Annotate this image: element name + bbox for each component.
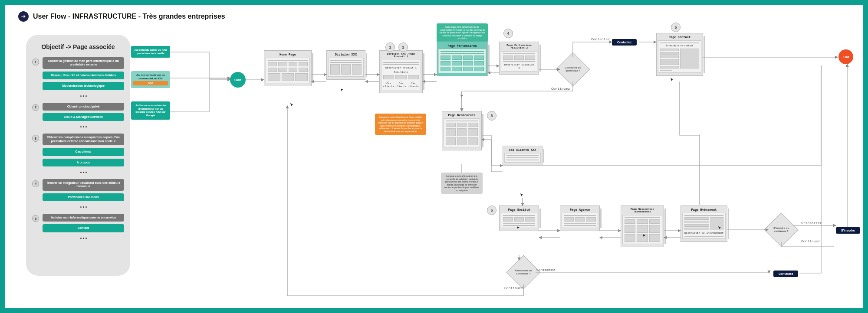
page-contact-title: Page contact [658,35,701,40]
cursor-icon [643,234,646,237]
sidebar-index: 4 [32,180,39,187]
page-pill: Cloud & Managed Services [43,113,124,121]
tag-5b: 5 [671,23,681,32]
page-agence-title: Page Agence [562,207,598,213]
page-partenaires-solution-title: Page Partenaires /Solution 3 [501,43,537,51]
page-division: Division XXX [326,50,365,80]
diagram-title: User Flow - INFRASTRUCTURE - Très grande… [33,13,225,20]
sidebar-section: 2Obtenir un cloud privéCloud & Managed S… [32,103,124,130]
tag-2: 2 [398,42,408,52]
cta-sinscrire[interactable]: S'inscrire [836,227,860,234]
page-pill: Cas clients [43,148,124,156]
decision-newsletter: Newsletter ou continuez ? [506,255,540,289]
sidebar-index: 5 [32,215,39,222]
cursor-icon [290,103,294,106]
objective-pill: Confier la gestion de mon parc informati… [43,57,124,69]
page-ressources-evenements-title: Page Ressources /Evènements [622,207,662,215]
ellipsis-icon [80,172,87,173]
tag-3: 3 [487,111,496,121]
label-continuez-2: Continuez [504,286,523,290]
tag-4: 4 [503,29,513,38]
sidebar-section: 3Obtenir les compétences manquantes aupr… [32,134,124,176]
sidebar-index: 3 [32,135,39,142]
cursor-icon [520,193,524,196]
sidebar-index: 2 [32,104,39,111]
sidebar-title: Objectif -> Page associée [32,43,124,50]
objective-pill: Acheter mon informatique comme un servic… [43,214,124,222]
cursor-icon [460,94,464,98]
entry-node-2: J'ai été contacté par un commercial de X… [131,71,170,88]
label-sinscrire: S'inscrire [801,221,822,225]
page-division-title: Division XXX [328,52,364,58]
orange-fragment-icon: XXX [133,81,168,85]
title-arrow-icon [18,11,29,22]
sidebar-section: 1Confier la gestion de mon parc informat… [32,57,124,99]
page-division-product: Division XXX /Page Produit 1 Descriptif … [379,50,423,93]
flow-canvas: User Flow - INFRASTRUCTURE - Très grande… [5,5,863,308]
page-evenement: Page Evènement Descriptif de l'évènement [681,205,727,242]
page-partenaires-title: Page Partenaires [438,43,486,49]
ellipsis-icon [80,95,87,97]
page-pill: Modernisation technologique [43,82,124,90]
label-continuez-1: Continuez [551,87,570,91]
page-partenaires-solution: Page Partenaires /Solution 3 Descriptif … [499,42,539,75]
page-division-product-title: Division XXX /Page Produit 1 [381,52,421,60]
sidebar-panel: Objectif -> Page associée 1Confier la ge… [26,35,130,276]
note-orange: Lorsque je suis à la recherche d'une sol… [375,114,426,135]
entry-node-3: J'effectue une recherche d'intégrateur s… [131,101,170,120]
sidebar-section: 5Acheter mon informatique comme un servi… [32,214,124,241]
entry-node-1: J'ai entendu parler de XXX par le bouche… [131,46,170,58]
page-agence: Page Agence [560,205,600,231]
page-evenement-title: Page Evènement [682,207,726,213]
note-green: Cette page mêle contenu dense de vulgari… [437,23,488,42]
objective-pill: Trouver un intégrateur travaillant avec … [43,179,124,191]
cursor-icon [517,226,520,229]
page-contact: Page contact Formulaire de contact [656,33,703,76]
cta-contactez-1[interactable]: Contactez [612,39,637,46]
objective-pill: Obtenir les compétences manquantes auprè… [43,134,124,145]
start-node: Start [230,72,246,88]
page-pill: A propos [43,159,124,166]
page-cas-clients-title: Cas clients XXX [504,147,541,153]
sidebar-index: 1 [32,59,39,65]
decision-inscrire: S'inscrire ou continuez ? [764,212,798,247]
note-gray: Lorsque je suis à l'écoute et à la reche… [441,173,483,194]
page-ressources-evenements: Page Ressources /Evènements [621,205,664,247]
page-ressources: Page Ressources [442,111,482,150]
cursor-icon [718,226,722,229]
ellipsis-icon [80,206,87,208]
ellipsis-icon [80,126,87,127]
page-ressources-title: Page Ressources [444,113,480,118]
sidebar-section: 4Trouver un intégrateur travaillant avec… [32,179,124,210]
cta-contactez-2[interactable]: Contactez [773,271,798,277]
decision-contact-1: Contactez ou continuez ? [556,52,590,86]
page-partenaires: Page Partenaires [437,42,488,76]
page-pill: Réseau, Sécurité et communications établ… [43,72,124,79]
label-continuez-3: Continuez [801,239,820,243]
page-societe-title: Page Société [501,207,537,213]
tag-5: 5 [487,205,496,215]
tag-1: 1 [385,42,395,52]
ellipsis-icon [80,238,87,239]
page-home-title: Home Page [266,52,310,58]
page-pill: Partenaires solutions [43,193,124,201]
label-contactez-1: Contactez [591,37,610,41]
label-contactez-2: Contactez [536,268,555,272]
end-node: End [838,49,853,64]
page-societe: Page Société [499,205,539,231]
objective-pill: Obtenir un cloud privé [43,103,124,111]
cursor-icon [341,88,344,91]
page-home: Home Page [264,50,312,86]
page-pill: Contact [43,224,124,232]
diagram-title-row: User Flow - INFRASTRUCTURE - Très grande… [18,11,225,22]
page-cas-clients: Cas clients XXX [503,146,542,166]
cursor-icon [671,78,674,81]
